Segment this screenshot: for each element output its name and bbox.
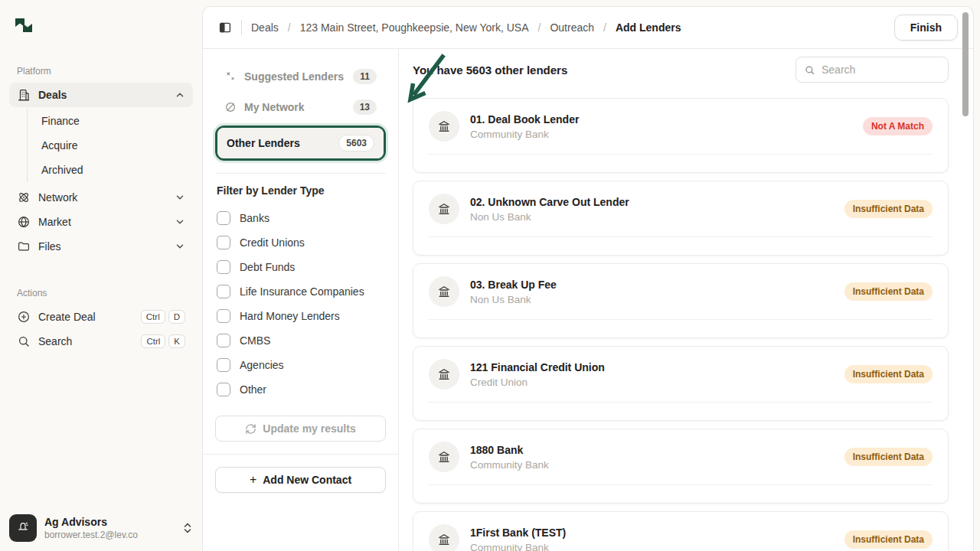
sparkles-icon: [224, 70, 237, 83]
checkbox-label: Other: [240, 383, 266, 396]
breadcrumb-outreach[interactable]: Outreach: [550, 21, 594, 34]
checkbox[interactable]: [217, 285, 230, 298]
checkbox-label: Banks: [240, 212, 270, 224]
brand-logo[interactable]: [11, 12, 193, 38]
checkbox-label: Debt Funds: [240, 261, 295, 273]
shortcut-keys: Ctrl K: [141, 334, 185, 349]
bank-icon: [429, 276, 459, 307]
card-footer: [429, 154, 933, 172]
lender-text: 1880 Bank Community Bank: [470, 444, 549, 471]
chevron-up-icon: [175, 90, 185, 100]
panel-body: Suggested Lenders 11 My Network 13 Other…: [203, 49, 973, 551]
checkbox-label: Life Insurance Companies: [240, 285, 364, 298]
filter-agencies[interactable]: Agencies: [215, 353, 386, 377]
status-badge: Insufficient Data: [844, 365, 933, 383]
card-footer: [429, 402, 933, 420]
count-badge: 13: [353, 99, 377, 115]
filter-other[interactable]: Other: [215, 377, 386, 402]
checkbox[interactable]: [217, 260, 230, 274]
kbd-d: D: [168, 310, 185, 324]
filter-credit-unions[interactable]: Credit Unions: [215, 230, 386, 255]
button-label: Update my results: [263, 422, 355, 435]
breadcrumb: Deals / 123 Main Street, Poughkeepsie, N…: [251, 21, 681, 34]
bank-icon: [429, 359, 459, 390]
lender-text: 01. Deal Book Lender Community Bank: [470, 113, 579, 140]
sidebar-item-files[interactable]: Files: [9, 234, 193, 259]
lender-type: Community Bank: [470, 459, 549, 471]
magician-hat-icon: [16, 521, 30, 535]
scrollbar-thumb[interactable]: [962, 12, 969, 116]
lender-name: 03. Break Up Fee: [470, 279, 557, 291]
checkbox[interactable]: [217, 383, 230, 396]
lender-card[interactable]: 03. Break Up Fee Non Us Bank Insufficien…: [413, 263, 949, 338]
divider: [215, 173, 386, 174]
lender-card[interactable]: 01. Deal Book Lender Community Bank Not …: [413, 98, 949, 173]
nav-suggested-lenders[interactable]: Suggested Lenders 11: [215, 61, 386, 92]
sidebar-item-deals[interactable]: Deals: [9, 83, 193, 107]
kbd-ctrl: Ctrl: [141, 334, 165, 349]
checkbox[interactable]: [217, 334, 230, 347]
panel-header: Deals / 123 Main Street, Poughkeepsie, N…: [203, 7, 973, 49]
bank-icon: [429, 194, 459, 224]
platform-section-label: Platform: [9, 66, 193, 77]
search-input[interactable]: [822, 64, 940, 76]
lender-card[interactable]: 1First Bank (TEST) Community Bank Insuff…: [413, 511, 949, 551]
lender-name: 121 Financial Credit Union: [470, 361, 605, 373]
chevron-down-icon: [175, 217, 185, 227]
kbd-ctrl: Ctrl: [141, 310, 165, 324]
lender-card[interactable]: 121 Financial Credit Union Credit Union …: [413, 346, 949, 421]
plus-icon: +: [250, 474, 256, 486]
lender-name: 02. Unknown Carve Out Lender: [470, 196, 629, 208]
sidebar-item-market[interactable]: Market: [9, 210, 193, 234]
avatar: [9, 514, 37, 542]
checkbox-label: Credit Unions: [240, 236, 305, 249]
add-new-contact-button[interactable]: + Add New Contact: [215, 467, 386, 493]
chevron-down-icon: [175, 241, 185, 252]
sidebar-item-network[interactable]: Network: [9, 185, 193, 210]
sidebar-item-label: Search: [38, 335, 72, 347]
breadcrumb-deals[interactable]: Deals: [251, 21, 279, 34]
button-label: Add New Contact: [263, 474, 351, 486]
search-box[interactable]: [795, 57, 949, 83]
checkbox[interactable]: [217, 236, 230, 249]
filter-banks[interactable]: Banks: [215, 206, 386, 230]
checkbox[interactable]: [217, 309, 230, 323]
finish-button[interactable]: Finish: [894, 15, 958, 41]
update-results-button[interactable]: Update my results: [215, 416, 386, 442]
nav-label: My Network: [244, 101, 305, 113]
lender-text: 03. Break Up Fee Non Us Bank: [470, 279, 557, 305]
filter-hard-money[interactable]: Hard Money Lenders: [215, 304, 386, 328]
filter-life-insurance[interactable]: Life Insurance Companies: [215, 279, 386, 304]
sidebar-item-create-deal[interactable]: Create Deal Ctrl D: [9, 305, 193, 329]
user-account-switcher[interactable]: Ag Advisors borrower.test.2@lev.co: [9, 514, 193, 542]
app-sidebar: Platform Deals Finance Acquire Archived …: [0, 0, 202, 551]
lender-card[interactable]: 1880 Bank Community Bank Insufficient Da…: [413, 429, 949, 504]
status-badge: Insufficient Data: [844, 530, 933, 549]
sidebar-item-finance[interactable]: Finance: [28, 109, 193, 133]
nav-other-lenders[interactable]: Other Lenders 5603: [215, 126, 386, 161]
user-name: Ag Advisors: [44, 516, 138, 528]
sidebar-item-archived[interactable]: Archived: [28, 158, 193, 182]
card-footer: [429, 236, 933, 255]
lender-type: Credit Union: [470, 377, 605, 388]
user-info: Ag Advisors borrower.test.2@lev.co: [44, 516, 138, 540]
nav-my-network[interactable]: My Network 13: [215, 92, 386, 122]
sidebar-item-search[interactable]: Search Ctrl K: [9, 329, 193, 354]
breadcrumb-separator: /: [288, 21, 291, 34]
checkbox[interactable]: [217, 211, 230, 225]
sidebar-toggle-icon[interactable]: [218, 21, 232, 34]
lender-filter-sidebar: Suggested Lenders 11 My Network 13 Other…: [203, 49, 399, 551]
status-badge: Insufficient Data: [844, 200, 933, 218]
breadcrumb-separator: /: [538, 21, 541, 34]
filter-cmbs[interactable]: CMBS: [215, 328, 386, 353]
sidebar-item-acquire[interactable]: Acquire: [28, 133, 193, 158]
lender-card[interactable]: 02. Unknown Carve Out Lender Non Us Bank…: [413, 181, 949, 256]
lender-type: Community Bank: [470, 129, 579, 140]
sidebar-item-label: Market: [38, 216, 71, 228]
breadcrumb-deal-address[interactable]: 123 Main Street, Poughkeepsie, New York,…: [300, 21, 529, 34]
breadcrumb-add-lenders: Add Lenders: [616, 21, 681, 34]
filter-debt-funds[interactable]: Debt Funds: [215, 255, 386, 279]
kbd-k: K: [168, 334, 185, 349]
checkbox[interactable]: [217, 358, 230, 372]
breadcrumb-separator: /: [603, 21, 606, 34]
